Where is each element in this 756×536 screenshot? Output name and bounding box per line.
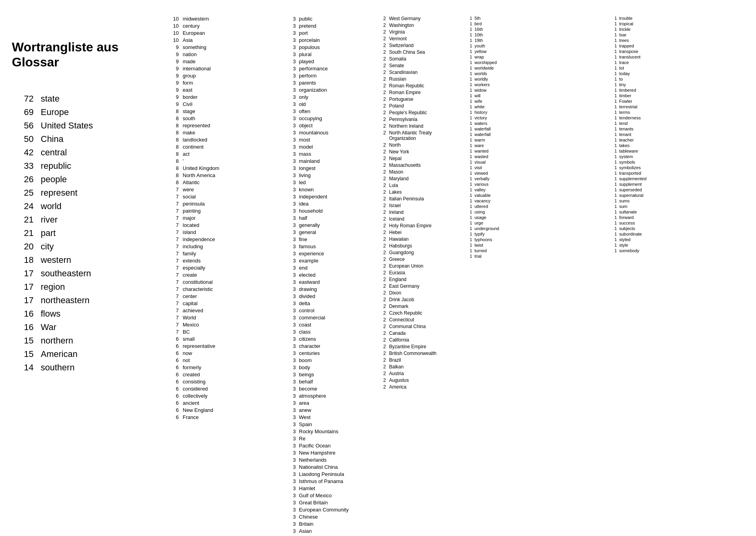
list-item: 2Virginia [380,29,459,35]
list-item: 1worldwide [467,66,607,70]
list-item: 3living [289,172,372,178]
list-item: 15American [12,349,154,359]
list-item: 8Atlantic [170,179,281,185]
list-item: 1terrestrial [611,104,752,109]
list-item: 1tenderness [611,115,752,120]
list-item: 6ancient [170,400,281,406]
right-col2: 2West Germany2Washington2Virginia2Vermon… [376,8,463,536]
list-item: 3only [289,94,372,100]
list-item: 1forward [611,215,752,220]
list-item: 1white [467,104,607,109]
list-item: 1wrap [467,55,607,59]
list-item: 3half [289,215,372,221]
list-item: 50China [12,134,154,144]
list-item: 7constitutional [170,279,281,285]
list-item: 1bird [467,21,607,26]
list-item: 7achieved [170,308,281,313]
list-item: 2New York [380,149,459,155]
list-item: 1trickle [611,27,752,32]
list-item: 3idea [289,201,372,207]
list-item: 3known [289,187,372,193]
list-item: 42central [12,147,154,158]
list-item: 3parents [289,80,372,86]
list-item: 18western [12,255,154,265]
list-item: 3occupying [289,115,372,121]
list-item: 7were [170,187,281,193]
list-item: 2Canada [380,330,459,336]
list-item: 1transported [611,171,752,176]
list-item: 2Portuguese [380,96,459,102]
list-item: 9group [170,73,281,79]
list-item: 1underground [467,226,607,231]
list-item: 2Mason [380,169,459,175]
list-item: 1various [467,182,607,187]
list-item: 1wanted [467,149,607,153]
list-item: 7capital [170,300,281,306]
list-item: 56United States [12,121,154,131]
list-item: 2Scandinavian [380,70,459,75]
list-item: 1tenants [611,126,752,131]
list-item: 3port [289,30,372,36]
list-item: 3Gulf of Mexico [289,493,372,498]
list-item: 1usage [467,215,607,220]
list-item: 3body [289,364,372,370]
list-item: 2Communal China [380,324,459,329]
list-item: 3model [289,144,372,150]
list-item: 3old [289,101,372,107]
list-item: 1symbols [611,160,752,164]
list-item: 3most [289,137,372,143]
list-item: 17region [12,282,154,292]
list-item: 3example [289,258,372,264]
list-item: 3divided [289,293,372,299]
list-item: 7painting [170,208,281,214]
list-item: 25represent [12,188,154,198]
list-item: 3independent [289,194,372,200]
list-item: 3boom [289,357,372,363]
list-item: 2North Atlantic Treaty Organization [380,130,459,141]
list-item: 1warm [467,138,607,142]
list-item: 2Maryland [380,176,459,181]
list-item: 2Austria [380,371,459,376]
list-item: 1terms [611,110,752,115]
list-item: 2Russian [380,76,459,82]
list-item: 2Switzerland [380,43,459,48]
list-item: 7characteristic [170,286,281,292]
list-item: 6representative [170,343,281,349]
list-item: 1subjects [611,226,752,231]
list-item: 2Iceland [380,216,459,222]
list-item: 116th [467,27,607,32]
list-item: 3drawing [289,286,372,292]
list-item: 1uttered [467,204,607,209]
list-item: 3Isthmus of Panama [289,478,372,484]
list-item: 1transpose [611,49,752,54]
list-item: 1style [611,243,752,247]
list-item: 7World [170,315,281,321]
list-item: 3perform [289,73,372,79]
list-item: 1waterfall [467,132,607,137]
list-item: 3European Community [289,507,372,513]
list-item: 1viewed [467,171,607,176]
list-item: 1verbally [467,176,607,181]
list-item: 2South China Sea [380,49,459,55]
list-item: 7island [170,229,281,235]
list-item: 7including [170,243,281,249]
list-item: 1today [611,71,752,76]
list-item: 110th [467,32,607,37]
left-panel: Wortrangliste aus Glossar 72state69Europ… [0,8,166,536]
list-item: 1typify [467,232,607,236]
list-item: 3played [289,59,372,64]
list-item: 1turned [467,248,607,253]
list-item: 8stage [170,108,281,114]
list-item: 1success [611,221,752,225]
list-item: 3area [289,400,372,406]
list-item: 2People's Republic [380,110,459,115]
list-item: 16flows [12,309,154,319]
list-item: 10century [170,23,281,29]
list-item: 26people [12,174,154,185]
list-item: 2America [380,384,459,390]
list-item: 2European Union [380,263,459,269]
list-item: 1visit [467,165,607,170]
list-item: 3object [289,123,372,128]
list-item: 1trapped [611,43,752,48]
list-item: 1tsar [611,32,752,37]
